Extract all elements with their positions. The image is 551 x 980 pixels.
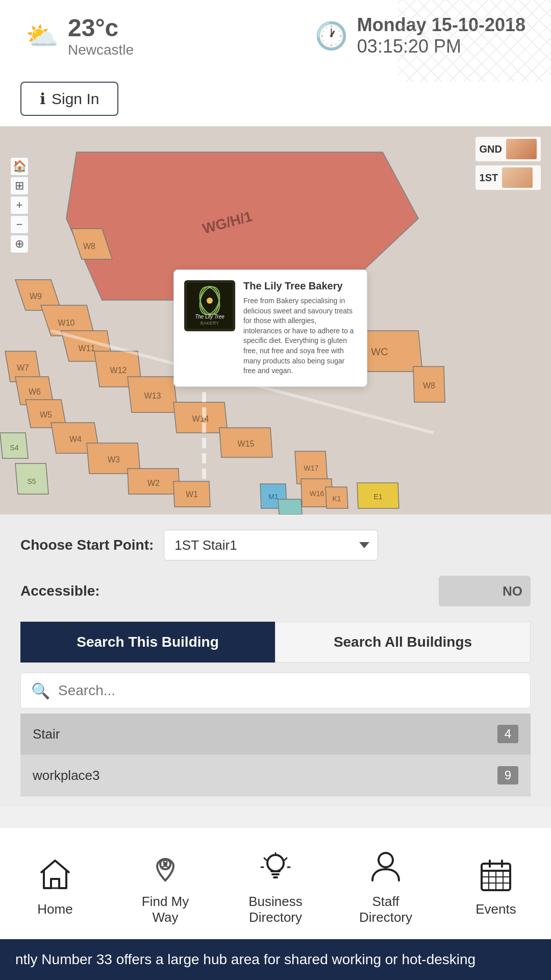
weather-section: ⛅ 23°c Newcastle [26, 14, 134, 58]
map-container[interactable]: WG/H/1 W8 W9 W10 W11 W7 W6 W5 W4 S4 S5 [0, 127, 551, 514]
result-stair-name: Stair [33, 726, 60, 742]
floor-1st[interactable]: 1ST [475, 165, 541, 190]
floor-gnd-thumb [506, 139, 537, 159]
svg-text:WC: WC [371, 346, 388, 357]
floor-gnd-label: GND [480, 143, 502, 155]
nav-events[interactable]: Events [455, 854, 537, 917]
result-workplace3-count: 9 [497, 766, 518, 785]
popup-content: The Lily Tree Bakery Free from Bakery sp… [243, 280, 357, 376]
svg-text:W9: W9 [30, 292, 42, 301]
svg-text:W8: W8 [83, 242, 95, 251]
bottom-section: Choose Start Point: GND Stair1 GND Stair… [0, 514, 551, 806]
popup-description: Free from Bakery specialising in delicio… [243, 296, 357, 376]
tab-this-building[interactable]: Search This Building [20, 622, 275, 663]
svg-text:W8: W8 [423, 381, 435, 390]
svg-text:S4: S4 [10, 444, 18, 452]
floor-1st-label: 1ST [480, 172, 498, 184]
svg-text:W7: W7 [17, 363, 29, 372]
search-box[interactable]: 🔍 [20, 673, 531, 708]
zoom-in-button[interactable]: + [10, 196, 29, 214]
nav-home[interactable]: Home [14, 854, 96, 917]
weather-temperature: 23°c [68, 14, 134, 42]
signin-bar: ℹ Sign In [0, 71, 551, 127]
search-icon: 🔍 [31, 682, 50, 700]
popup-logo: The Lily Tree BAKERY [184, 280, 235, 331]
svg-text:S5: S5 [27, 477, 36, 485]
svg-text:W17: W17 [304, 464, 319, 472]
nav-find-my-way-label: Find MyWay [142, 894, 189, 925]
bottom-nav: Home Find MyWay [0, 827, 551, 939]
lightbulb-icon [255, 847, 296, 888]
result-stair-count: 4 [497, 725, 518, 743]
nav-find-my-way[interactable]: Find MyWay [124, 847, 206, 925]
svg-text:K1: K1 [332, 495, 341, 503]
svg-text:W13: W13 [144, 391, 161, 400]
map-popup: The Lily Tree BAKERY The Lily Tree Baker… [173, 270, 367, 387]
svg-text:W10: W10 [58, 318, 75, 327]
nav-business-directory[interactable]: BusinessDirectory [235, 847, 316, 925]
floor-selector: GND 1ST [475, 137, 541, 190]
svg-text:W12: W12 [110, 366, 127, 375]
weather-icon: ⛅ [26, 20, 59, 52]
search-results: Stair 4 workplace3 9 [20, 714, 531, 796]
map-controls: 🏠 ⊞ + − ⊕ [10, 157, 29, 253]
accessible-toggle[interactable]: NO [439, 576, 531, 606]
layers-button[interactable]: ⊞ [10, 177, 29, 195]
ticker: ntly Number 33 offers a large hub area f… [0, 939, 551, 980]
nav-home-label: Home [37, 901, 72, 917]
info-icon: ℹ [40, 90, 45, 108]
search-input[interactable] [58, 682, 520, 699]
nav-staff-directory-label: StaffDirectory [359, 894, 412, 925]
search-tabs: Search This Building Search All Building… [20, 622, 531, 663]
nav-staff-directory[interactable]: StaffDirectory [345, 847, 427, 925]
svg-text:W14: W14 [192, 414, 209, 423]
svg-text:E1: E1 [373, 493, 382, 501]
result-stair[interactable]: Stair 4 [20, 714, 531, 755]
accessible-value: NO [503, 583, 522, 599]
result-workplace3[interactable]: workplace3 9 [20, 755, 531, 796]
svg-text:W2: W2 [147, 479, 160, 487]
svg-text:W11: W11 [79, 344, 95, 353]
svg-text:BAKERY: BAKERY [201, 321, 219, 326]
nav-business-directory-label: BusinessDirectory [248, 894, 303, 925]
popup-title: The Lily Tree Bakery [243, 280, 357, 292]
floor-1st-thumb [502, 167, 533, 188]
clock-icon: 🕐 [315, 20, 348, 52]
svg-text:W4: W4 [69, 435, 82, 444]
diamond-pattern [398, 0, 551, 82]
svg-text:M1: M1 [268, 493, 279, 501]
start-point-label: Choose Start Point: [20, 537, 154, 553]
svg-text:W3: W3 [108, 455, 120, 464]
signin-button[interactable]: ℹ Sign In [20, 82, 118, 116]
floor-gnd[interactable]: GND [475, 137, 541, 161]
svg-point-65 [267, 855, 284, 871]
result-workplace3-name: workplace3 [33, 768, 100, 783]
weather-text: 23°c Newcastle [68, 14, 134, 58]
svg-marker-47 [278, 499, 302, 514]
start-point-select[interactable]: GND Stair1 GND Stair2 1ST Stair1 1ST Sta… [164, 530, 378, 560]
svg-text:W16: W16 [310, 489, 324, 498]
tab-all-buildings[interactable]: Search All Buildings [275, 622, 531, 663]
home-map-button[interactable]: 🏠 [10, 157, 29, 176]
reset-button[interactable]: ⊕ [10, 235, 29, 253]
location-pin-icon [145, 847, 186, 888]
calendar-icon [475, 854, 516, 895]
svg-rect-61 [51, 879, 59, 888]
svg-text:W6: W6 [29, 387, 41, 396]
svg-text:The Lily Tree: The Lily Tree [195, 314, 224, 320]
nav-events-label: Events [475, 901, 516, 917]
svg-text:W1: W1 [186, 490, 198, 499]
accessible-row: Accessible: NO [20, 576, 531, 606]
accessible-label: Accessible: [20, 583, 100, 599]
person-icon [365, 847, 406, 888]
start-point-row: Choose Start Point: GND Stair1 GND Stair… [20, 530, 531, 560]
weather-city: Newcastle [68, 42, 134, 58]
svg-text:W5: W5 [40, 410, 52, 419]
svg-point-58 [207, 298, 213, 304]
svg-text:W15: W15 [238, 439, 255, 448]
home-icon [35, 854, 76, 895]
ticker-text: ntly Number 33 offers a large hub area f… [15, 951, 475, 968]
svg-point-66 [379, 853, 393, 867]
signin-label: Sign In [52, 90, 99, 108]
zoom-out-button[interactable]: − [10, 215, 29, 234]
